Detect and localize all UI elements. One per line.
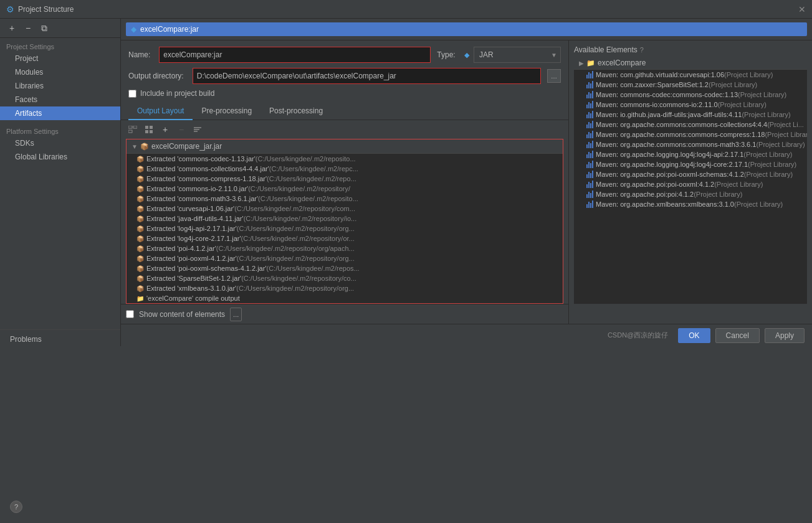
- output-dir-label: Output directory:: [128, 72, 184, 80]
- name-input[interactable]: [159, 47, 431, 63]
- dialog-footer: CSDN@西凉的旋仔 OK Cancel Apply: [121, 324, 812, 346]
- show-content-checkbox[interactable]: [126, 310, 134, 318]
- browse-button[interactable]: …: [547, 69, 561, 83]
- svg-rect-6: [150, 130, 153, 133]
- sidebar-item-problems[interactable]: Problems: [0, 329, 120, 346]
- artifact-entry-icon: ◆: [131, 25, 136, 34]
- tree-item: 📦Extracted 'commons-math3-3.6.1.jar' (C:…: [127, 194, 563, 204]
- root-chevron-icon: ▼: [131, 143, 138, 150]
- tab-post-processing[interactable]: Post-processing: [260, 103, 332, 120]
- apply-button[interactable]: Apply: [765, 328, 805, 343]
- close-icon[interactable]: ✕: [798, 4, 806, 14]
- sidebar-item-sdks[interactable]: SDKs: [0, 136, 120, 150]
- artifact-entry-area: ◆ excelCompare:jar: [121, 19, 812, 40]
- avail-items-container: Maven: com.github.virtuald:curvesapi:1.0…: [574, 70, 807, 209]
- maven-library-icon: [586, 181, 593, 188]
- expand-tree-button[interactable]: [126, 123, 140, 136]
- tree-item: 📦Extracted 'java-diff-utils-4.11.jar' (C…: [127, 214, 563, 224]
- copy-artifact-button[interactable]: ⧉: [37, 21, 51, 35]
- type-select-wrapper: ◆ JAR ▼: [464, 47, 561, 63]
- svg-rect-2: [128, 130, 132, 133]
- sidebar-item-project[interactable]: Project: [0, 52, 120, 65]
- cancel-button[interactable]: Cancel: [715, 328, 760, 343]
- artifact-entry-selected[interactable]: ◆ excelCompare:jar: [126, 22, 807, 36]
- avail-section-label: excelCompare: [598, 59, 646, 67]
- add-content-button[interactable]: +: [158, 123, 172, 136]
- platform-settings-label: Platform Settings: [0, 125, 120, 136]
- maven-library-icon: [586, 81, 593, 88]
- include-checkbox[interactable]: [128, 90, 136, 98]
- grid-view-button[interactable]: [142, 123, 156, 136]
- available-tree-area[interactable]: ▶ 📁 excelCompare Maven: com.github.virtu…: [574, 57, 807, 304]
- maven-library-icon: [586, 191, 593, 198]
- avail-item: Maven: org.apache.commons:commons-compre…: [574, 130, 807, 139]
- artifact-root-name: excelCompare_jar.jar: [151, 142, 558, 151]
- avail-item: Maven: org.apache.xmlbeans:xmlbeans:3.1.…: [574, 199, 807, 209]
- remove-content-button[interactable]: −: [174, 123, 188, 136]
- show-content-label[interactable]: Show content of elements: [139, 310, 225, 319]
- sidebar-item-artifacts[interactable]: Artifacts: [0, 106, 120, 120]
- maven-library-icon: [586, 151, 593, 158]
- maven-library-icon: [586, 101, 593, 108]
- tree-item: 📦Extracted 'curvesapi-1.06.jar' (C:/User…: [127, 204, 563, 214]
- sidebar-item-facets[interactable]: Facets: [0, 93, 120, 106]
- svg-rect-4: [150, 126, 153, 129]
- avail-item: Maven: org.apache.poi:poi:4.1.2 (Project…: [574, 189, 807, 199]
- title-bar-icon: ⚙: [6, 4, 14, 14]
- tree-item: 📦Extracted 'commons-io-2.11.0.jar' (C:/U…: [127, 184, 563, 194]
- available-elements-help-icon[interactable]: ?: [640, 46, 644, 54]
- avail-item: Maven: org.apache.commons:commons-collec…: [574, 120, 807, 130]
- add-artifact-button[interactable]: +: [5, 21, 19, 35]
- show-content-options-button[interactable]: ...: [230, 308, 242, 321]
- help-button[interactable]: ?: [10, 501, 22, 513]
- maven-library-icon: [586, 71, 593, 78]
- svg-rect-3: [145, 126, 148, 129]
- tree-item: 📦Extracted 'commons-collections4-4.4.jar…: [127, 164, 563, 174]
- include-row: Include in project build: [121, 89, 568, 103]
- maven-library-icon: [586, 161, 593, 168]
- svg-rect-1: [133, 126, 137, 128]
- maven-library-icon: [586, 200, 593, 208]
- sidebar-item-libraries[interactable]: Libraries: [0, 79, 120, 93]
- remove-artifact-button[interactable]: −: [21, 21, 35, 35]
- avail-section-excelcompare[interactable]: ▶ 📁 excelCompare: [574, 57, 807, 70]
- tab-output-layout[interactable]: Output Layout: [128, 103, 193, 120]
- avail-item: Maven: com.github.virtuald:curvesapi:1.0…: [574, 70, 807, 80]
- right-content: ◆ excelCompare:jar Name: Type: ◆ JAR: [121, 19, 812, 346]
- available-elements-title: Available Elements: [574, 45, 638, 54]
- ok-button[interactable]: OK: [678, 328, 710, 343]
- tree-item: 📦Extracted 'commons-compress-1.18.jar' (…: [127, 174, 563, 184]
- sidebar-item-modules[interactable]: Modules: [0, 65, 120, 79]
- avail-item: Maven: io.github.java-diff-utils:java-di…: [574, 110, 807, 120]
- artifact-entry-name: excelCompare:jar: [140, 25, 199, 34]
- avail-item: Maven: com.zaxxer:SparseBitSet:1.2 (Proj…: [574, 80, 807, 90]
- body-layout: + − ⧉ Project Settings Project Modules L…: [0, 19, 812, 346]
- maven-library-icon: [586, 121, 593, 128]
- sort-content-button[interactable]: [191, 123, 204, 136]
- avail-item: Maven: org.apache.commons:commons-math3:…: [574, 139, 807, 149]
- type-select[interactable]: JAR: [474, 47, 561, 63]
- available-elements-panel: Available Elements ? ▶ 📁 excelCompare Ma…: [569, 40, 812, 324]
- tab-pre-processing[interactable]: Pre-processing: [193, 103, 260, 120]
- include-label[interactable]: Include in project build: [140, 89, 214, 98]
- sidebar-item-global-libraries[interactable]: Global Libraries: [0, 150, 120, 164]
- maven-library-icon: [586, 111, 593, 118]
- title-bar-title: Project Structure: [18, 5, 798, 14]
- maven-library-icon: [586, 141, 593, 148]
- tree-item: 📦Extracted 'log4j-api-2.17.1.jar' (C:/Us…: [127, 224, 563, 233]
- artifact-tree-area[interactable]: ▼ 📦 excelCompare_jar.jar 📦Extracted 'com…: [126, 139, 563, 304]
- output-dir-input[interactable]: [193, 68, 541, 84]
- tabs-row: Output Layout Pre-processing Post-proces…: [121, 103, 568, 120]
- svg-rect-5: [145, 130, 148, 133]
- maven-library-icon: [586, 91, 593, 98]
- jar-root-icon: 📦: [140, 143, 149, 151]
- tree-item: 📦Extracted 'xmlbeans-3.1.0.jar' (C:/User…: [127, 283, 563, 293]
- artifact-tree-root[interactable]: ▼ 📦 excelCompare_jar.jar: [127, 139, 563, 154]
- project-settings-label: Project Settings: [0, 40, 120, 52]
- tree-items-container: 📦Extracted 'commons-codec-1.13.jar' (C:/…: [127, 154, 563, 303]
- tree-item: 📁'excelCompare' compile output: [127, 293, 563, 303]
- avail-item: Maven: commons-io:commons-io:2.11.0 (Pro…: [574, 100, 807, 110]
- name-type-row: Name: Type: ◆ JAR ▼: [121, 40, 568, 68]
- tree-item: 📦Extracted 'poi-ooxml-schemas-4.1.2.jar'…: [127, 263, 563, 273]
- maven-library-icon: [586, 131, 593, 138]
